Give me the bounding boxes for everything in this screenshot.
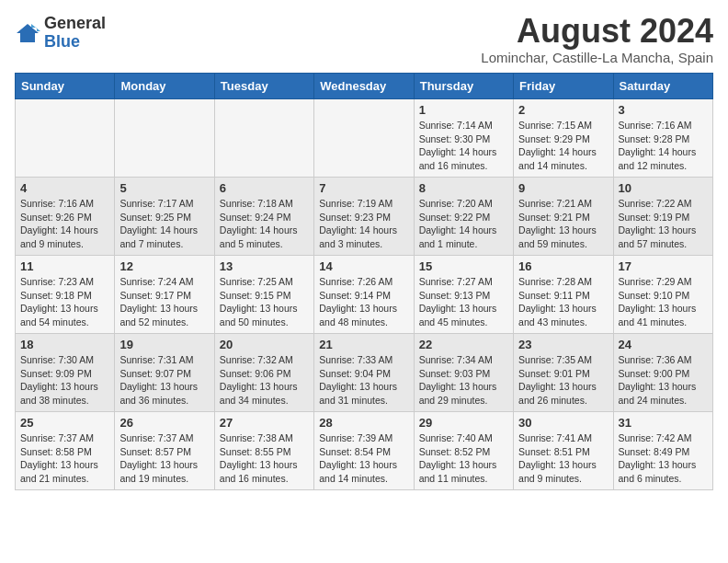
title-block: August 2024 Lominchar, Castille-La Manch… xyxy=(481,15,713,65)
day-info: Sunrise: 7:36 AMSunset: 9:00 PMDaylight:… xyxy=(619,353,708,408)
day-of-week-header: Friday xyxy=(514,74,613,99)
day-number: 24 xyxy=(619,338,708,351)
day-info: Sunrise: 7:22 AMSunset: 9:19 PMDaylight:… xyxy=(619,197,708,251)
calendar-cell: 12Sunrise: 7:24 AMSunset: 9:17 PMDayligh… xyxy=(115,256,214,334)
day-info: Sunrise: 7:42 AMSunset: 8:49 PMDaylight:… xyxy=(619,431,708,486)
calendar-cell: 31Sunrise: 7:42 AMSunset: 8:49 PMDayligh… xyxy=(613,412,712,490)
calendar-cell: 4Sunrise: 7:16 AMSunset: 9:26 PMDaylight… xyxy=(16,178,115,256)
calendar-cell: 20Sunrise: 7:32 AMSunset: 9:06 PMDayligh… xyxy=(214,334,313,412)
day-number: 12 xyxy=(119,259,209,273)
day-info: Sunrise: 7:18 AMSunset: 9:24 PMDaylight:… xyxy=(220,197,309,251)
calendar-cell: 11Sunrise: 7:23 AMSunset: 9:18 PMDayligh… xyxy=(16,256,115,334)
day-number: 3 xyxy=(619,103,708,117)
day-number: 23 xyxy=(518,338,608,351)
day-number: 5 xyxy=(119,181,209,195)
day-info: Sunrise: 7:32 AMSunset: 9:06 PMDaylight:… xyxy=(220,353,309,408)
day-number: 16 xyxy=(518,259,608,273)
day-info: Sunrise: 7:31 AMSunset: 9:07 PMDaylight:… xyxy=(119,353,209,408)
logo-general-text: General xyxy=(44,14,106,32)
logo-blue-text: Blue xyxy=(44,32,80,51)
calendar-cell: 3Sunrise: 7:16 AMSunset: 9:28 PMDaylight… xyxy=(613,99,712,178)
calendar-week-row: 1Sunrise: 7:14 AMSunset: 9:30 PMDaylight… xyxy=(16,99,713,178)
calendar-week-row: 25Sunrise: 7:37 AMSunset: 8:58 PMDayligh… xyxy=(16,412,713,490)
day-info: Sunrise: 7:27 AMSunset: 9:13 PMDaylight:… xyxy=(419,275,508,329)
day-info: Sunrise: 7:33 AMSunset: 9:04 PMDaylight:… xyxy=(319,353,408,408)
day-number: 11 xyxy=(20,259,109,273)
day-info: Sunrise: 7:15 AMSunset: 9:29 PMDaylight:… xyxy=(518,119,608,173)
calendar-cell xyxy=(16,99,115,178)
day-number: 25 xyxy=(20,416,109,430)
day-number: 14 xyxy=(319,259,408,273)
calendar-cell: 17Sunrise: 7:29 AMSunset: 9:10 PMDayligh… xyxy=(613,256,712,334)
logo: General Blue xyxy=(15,15,106,52)
day-info: Sunrise: 7:25 AMSunset: 9:15 PMDaylight:… xyxy=(220,275,309,329)
day-number: 26 xyxy=(119,416,209,430)
day-number: 22 xyxy=(419,338,508,351)
day-number: 18 xyxy=(20,338,109,351)
day-of-week-header: Tuesday xyxy=(214,74,313,99)
page-header: General Blue August 2024 Lominchar, Cast… xyxy=(15,15,713,65)
logo-icon xyxy=(15,20,40,46)
day-number: 17 xyxy=(619,259,708,273)
calendar-cell xyxy=(214,99,313,178)
day-number: 19 xyxy=(119,338,209,351)
month-title: August 2024 xyxy=(481,15,713,48)
day-info: Sunrise: 7:39 AMSunset: 8:54 PMDaylight:… xyxy=(319,431,408,486)
calendar-cell: 26Sunrise: 7:37 AMSunset: 8:57 PMDayligh… xyxy=(115,412,214,490)
day-info: Sunrise: 7:20 AMSunset: 9:22 PMDaylight:… xyxy=(419,197,508,251)
day-number: 6 xyxy=(220,181,309,195)
calendar-header-row: SundayMondayTuesdayWednesdayThursdayFrid… xyxy=(16,74,713,99)
day-info: Sunrise: 7:40 AMSunset: 8:52 PMDaylight:… xyxy=(419,431,508,486)
day-number: 21 xyxy=(319,338,408,351)
day-info: Sunrise: 7:26 AMSunset: 9:14 PMDaylight:… xyxy=(319,275,408,329)
calendar-cell: 29Sunrise: 7:40 AMSunset: 8:52 PMDayligh… xyxy=(414,412,513,490)
day-number: 31 xyxy=(619,416,708,430)
day-info: Sunrise: 7:37 AMSunset: 8:58 PMDaylight:… xyxy=(20,431,109,486)
day-number: 7 xyxy=(319,181,408,195)
day-info: Sunrise: 7:16 AMSunset: 9:26 PMDaylight:… xyxy=(20,197,109,251)
calendar-cell: 13Sunrise: 7:25 AMSunset: 9:15 PMDayligh… xyxy=(214,256,313,334)
day-info: Sunrise: 7:41 AMSunset: 8:51 PMDaylight:… xyxy=(518,431,608,486)
calendar-cell: 19Sunrise: 7:31 AMSunset: 9:07 PMDayligh… xyxy=(115,334,214,412)
calendar-cell: 6Sunrise: 7:18 AMSunset: 9:24 PMDaylight… xyxy=(214,178,313,256)
calendar-week-row: 11Sunrise: 7:23 AMSunset: 9:18 PMDayligh… xyxy=(16,256,713,334)
day-of-week-header: Monday xyxy=(115,74,214,99)
calendar-cell: 8Sunrise: 7:20 AMSunset: 9:22 PMDaylight… xyxy=(414,178,513,256)
day-info: Sunrise: 7:29 AMSunset: 9:10 PMDaylight:… xyxy=(619,275,708,329)
calendar-cell: 24Sunrise: 7:36 AMSunset: 9:00 PMDayligh… xyxy=(613,334,712,412)
calendar-cell: 27Sunrise: 7:38 AMSunset: 8:55 PMDayligh… xyxy=(214,412,313,490)
calendar-cell: 28Sunrise: 7:39 AMSunset: 8:54 PMDayligh… xyxy=(314,412,414,490)
day-of-week-header: Sunday xyxy=(16,74,115,99)
calendar-cell: 9Sunrise: 7:21 AMSunset: 9:21 PMDaylight… xyxy=(514,178,613,256)
day-info: Sunrise: 7:17 AMSunset: 9:25 PMDaylight:… xyxy=(119,197,209,251)
day-number: 28 xyxy=(319,416,408,430)
day-info: Sunrise: 7:16 AMSunset: 9:28 PMDaylight:… xyxy=(619,119,708,173)
calendar-cell: 16Sunrise: 7:28 AMSunset: 9:11 PMDayligh… xyxy=(514,256,613,334)
day-number: 13 xyxy=(220,259,309,273)
day-of-week-header: Thursday xyxy=(414,74,513,99)
day-of-week-header: Wednesday xyxy=(314,74,414,99)
day-number: 29 xyxy=(419,416,508,430)
day-info: Sunrise: 7:14 AMSunset: 9:30 PMDaylight:… xyxy=(419,119,508,173)
calendar-cell: 14Sunrise: 7:26 AMSunset: 9:14 PMDayligh… xyxy=(314,256,414,334)
day-info: Sunrise: 7:28 AMSunset: 9:11 PMDaylight:… xyxy=(518,275,608,329)
day-number: 8 xyxy=(419,181,508,195)
day-number: 20 xyxy=(220,338,309,351)
calendar-cell: 25Sunrise: 7:37 AMSunset: 8:58 PMDayligh… xyxy=(16,412,115,490)
calendar-cell xyxy=(115,99,214,178)
calendar-cell: 30Sunrise: 7:41 AMSunset: 8:51 PMDayligh… xyxy=(514,412,613,490)
calendar-cell: 18Sunrise: 7:30 AMSunset: 9:09 PMDayligh… xyxy=(16,334,115,412)
day-info: Sunrise: 7:34 AMSunset: 9:03 PMDaylight:… xyxy=(419,353,508,408)
day-number: 27 xyxy=(220,416,309,430)
day-info: Sunrise: 7:37 AMSunset: 8:57 PMDaylight:… xyxy=(119,431,209,486)
day-info: Sunrise: 7:21 AMSunset: 9:21 PMDaylight:… xyxy=(518,197,608,251)
day-number: 30 xyxy=(518,416,608,430)
calendar-cell: 23Sunrise: 7:35 AMSunset: 9:01 PMDayligh… xyxy=(514,334,613,412)
day-number: 4 xyxy=(20,181,109,195)
day-of-week-header: Saturday xyxy=(613,74,712,99)
calendar-cell: 1Sunrise: 7:14 AMSunset: 9:30 PMDaylight… xyxy=(414,99,513,178)
location-subtitle: Lominchar, Castille-La Mancha, Spain xyxy=(481,50,713,65)
calendar-cell: 7Sunrise: 7:19 AMSunset: 9:23 PMDaylight… xyxy=(314,178,414,256)
calendar-week-row: 18Sunrise: 7:30 AMSunset: 9:09 PMDayligh… xyxy=(16,334,713,412)
day-number: 9 xyxy=(518,181,608,195)
